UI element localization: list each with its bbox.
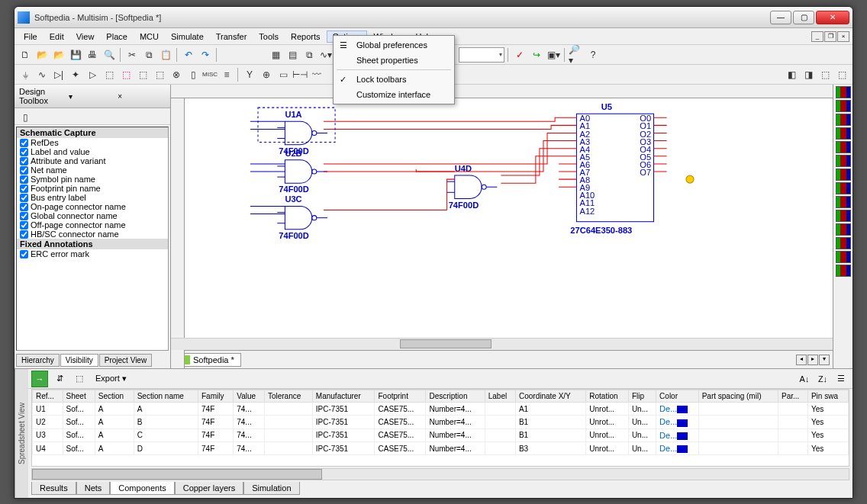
table-row[interactable]: U2Sof...AB74F74...IPC-7351CASE75...Numbe… — [33, 416, 849, 429]
tab-next-icon[interactable]: ▸ — [807, 355, 818, 365]
check-item[interactable]: RefDes — [17, 138, 168, 147]
instr-distort-icon[interactable] — [836, 237, 851, 249]
toolbox-titlebar[interactable]: Design Toolbox ▾ × — [15, 85, 170, 108]
sort-asc-icon[interactable]: A↓ — [796, 371, 813, 387]
close-button[interactable]: ✕ — [816, 11, 849, 24]
comp-cmos-icon[interactable]: ⬚ — [118, 67, 134, 82]
check-item[interactable]: Symbol pin name — [17, 175, 168, 184]
toolbox-btn-icon[interactable]: ▯ — [18, 110, 33, 125]
col-header[interactable]: Flip — [628, 390, 656, 403]
visibility-list[interactable]: Schematic Capture RefDesLabel and valueA… — [16, 127, 169, 351]
help-icon[interactable]: ? — [585, 47, 601, 63]
menu-reports[interactable]: Reports — [285, 30, 327, 43]
new-icon[interactable]: 🗋 — [18, 47, 33, 63]
comp-ac-icon[interactable]: ⊕ — [259, 67, 274, 82]
col-header[interactable]: Par... — [778, 390, 808, 403]
check-item[interactable]: Off-page connector name — [17, 220, 168, 230]
comp-ind-icon[interactable]: ▯ — [185, 67, 201, 82]
comp-y-icon[interactable]: Y — [242, 67, 257, 82]
paste-icon[interactable]: 📋 — [158, 47, 173, 63]
select-icon[interactable]: ⬚ — [71, 371, 88, 387]
go-button[interactable]: → — [31, 371, 48, 387]
checkbox[interactable] — [20, 148, 28, 156]
minimize-button[interactable]: — — [770, 11, 791, 24]
table-row[interactable]: U4Sof...AD74F74...IPC-7351CASE75...Numbe… — [33, 442, 849, 455]
check-item[interactable]: ERC error mark — [17, 249, 168, 258]
comp-l-icon[interactable]: 〰 — [309, 67, 324, 82]
comp-misc-icon[interactable]: MISC — [202, 67, 218, 82]
mdi-close[interactable]: × — [837, 31, 849, 42]
col-header[interactable]: Label — [485, 390, 515, 403]
open-icon[interactable]: 📂 — [34, 47, 50, 63]
wave-icon[interactable]: ∿▾ — [318, 47, 334, 63]
menu-view[interactable]: View — [70, 30, 101, 43]
tab-prev-icon[interactable]: ◂ — [796, 355, 807, 365]
collapse-icon[interactable]: ⇵ — [51, 371, 68, 387]
mdi-restore[interactable]: ❐ — [824, 31, 836, 42]
instr-wordgen-icon[interactable] — [836, 182, 851, 194]
copy-icon[interactable]: ⧉ — [141, 47, 156, 63]
close-panel-icon[interactable]: × — [118, 92, 166, 101]
tab-simulation[interactable]: Simulation — [243, 482, 299, 495]
instr4-icon[interactable]: ⬚ — [834, 67, 849, 82]
comp-r-icon[interactable]: ▭ — [276, 67, 291, 82]
instr1-icon[interactable]: ◧ — [784, 67, 799, 82]
instr-freq-icon[interactable] — [836, 169, 851, 181]
comp-bus-icon[interactable]: ≡ — [219, 67, 234, 82]
instr-logic-icon[interactable] — [836, 196, 851, 208]
table-row[interactable]: U1Sof...AA74F74...IPC-7351CASE75...Numbe… — [33, 403, 849, 416]
comp-ttl-icon[interactable]: ⬚ — [102, 67, 117, 82]
menu-transfer[interactable]: Transfer — [210, 30, 253, 43]
checkbox[interactable] — [20, 166, 28, 175]
export-button[interactable]: Export ▾ — [91, 372, 131, 385]
checkbox[interactable] — [20, 194, 28, 202]
cut-icon[interactable]: ✂ — [124, 47, 140, 63]
tab-menu-icon[interactable]: ▾ — [819, 355, 830, 365]
canvas-hscroll[interactable] — [171, 338, 833, 350]
filter-icon[interactable]: ☰ — [833, 371, 849, 387]
dd-sheet-props[interactable]: Sheet properties — [335, 53, 453, 68]
col-header[interactable]: Part spacing (mil) — [698, 390, 778, 403]
components-grid[interactable]: Ref...SheetSectionSection nameFamilyValu… — [31, 389, 849, 467]
col-header[interactable]: Rotation — [586, 390, 629, 403]
dd-global-prefs[interactable]: ☰Global preferences — [335, 37, 453, 53]
instr2-icon[interactable]: ◨ — [801, 67, 816, 82]
col-header[interactable]: Description — [426, 390, 485, 403]
instr-scope-icon[interactable] — [836, 127, 851, 140]
col-header[interactable]: Family — [198, 390, 234, 403]
chart-icon[interactable]: ⧉ — [301, 47, 317, 63]
check-item[interactable]: Attribute and variant — [17, 156, 168, 165]
menu-edit[interactable]: Edit — [44, 30, 70, 43]
instr-spectrum-icon[interactable] — [836, 251, 851, 263]
maximize-button[interactable]: ▢ — [793, 11, 814, 24]
check-item[interactable]: Label and value — [17, 147, 168, 156]
check-item[interactable]: HB/SC connector name — [17, 230, 168, 239]
print-icon[interactable]: 🖶 — [85, 47, 100, 63]
comp-resistor-icon[interactable]: ∿ — [34, 67, 50, 82]
menu-place[interactable]: Place — [100, 30, 134, 43]
instr3-icon[interactable]: ⬚ — [817, 67, 833, 82]
instr-bode-icon[interactable] — [836, 155, 851, 167]
sort-desc-icon[interactable]: Z↓ — [814, 371, 831, 387]
comp-c-icon[interactable]: ⊢⊣ — [292, 67, 308, 82]
tab-nets[interactable]: Nets — [76, 482, 111, 495]
checkbox[interactable] — [20, 185, 28, 193]
comp-transistor-icon[interactable]: ✦ — [68, 67, 83, 82]
instr-multimeter-icon[interactable] — [836, 86, 851, 98]
col-header[interactable]: Coordinate X/Y — [515, 390, 585, 403]
instr-iv-icon[interactable] — [836, 223, 851, 236]
comp-misc2-icon[interactable]: ⬚ — [152, 67, 167, 82]
instr-funcgen-icon[interactable] — [836, 100, 851, 112]
check-item[interactable]: Bus entry label — [17, 193, 168, 202]
checkbox[interactable] — [20, 157, 28, 165]
titlebar[interactable]: Softpedia - Multisim - [Softpedia *] — ▢… — [15, 7, 852, 28]
col-header[interactable]: Pin swa — [807, 390, 848, 403]
col-header[interactable]: Tolerance — [264, 390, 312, 403]
dd-lock-toolbars[interactable]: ✓Lock toolbars — [335, 72, 453, 87]
schematic-canvas[interactable]: U1A74F00DU2B74F00DU3C74F00DU4D74F00D U5 … — [185, 98, 833, 338]
check-item[interactable]: On-page connector name — [17, 202, 168, 211]
tb-box-icon[interactable]: ▣▾ — [546, 47, 561, 63]
checkbox[interactable] — [20, 175, 28, 184]
checkbox[interactable] — [20, 203, 28, 211]
col-header[interactable]: Section — [95, 390, 134, 403]
